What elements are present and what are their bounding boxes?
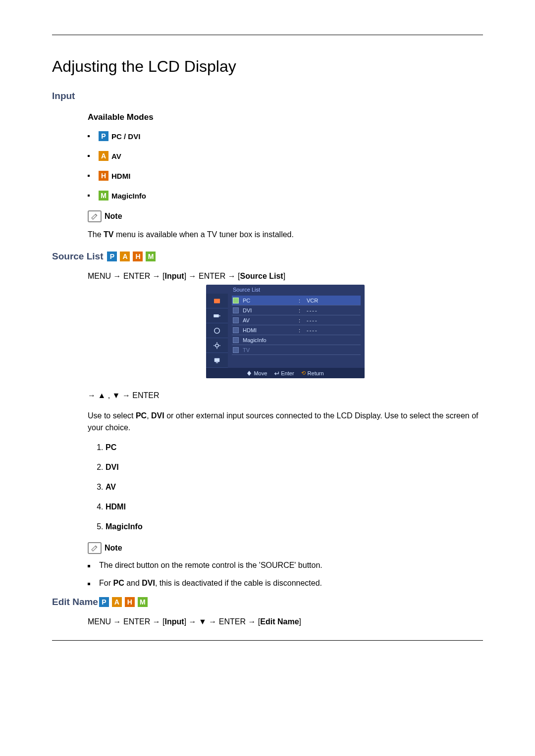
osd-tab-setup-icon[interactable] bbox=[206, 338, 228, 353]
modes-list: P PC / DVI A AV H HDMI M MagicInfo bbox=[88, 131, 483, 201]
source-list-description: Use to select PC, DVI or other external … bbox=[88, 410, 483, 433]
note-label: Note bbox=[88, 210, 483, 222]
bullet-icon bbox=[88, 195, 90, 197]
osd-row-av[interactable]: AV : ---- bbox=[232, 315, 361, 325]
list-item: DVI bbox=[106, 463, 483, 472]
osd-foot-move: Move bbox=[247, 370, 267, 376]
return-arrow-icon: ⟲ bbox=[301, 370, 306, 376]
bullet-icon bbox=[88, 155, 90, 157]
source-list-heading: Source List bbox=[52, 251, 103, 262]
note-text: Note bbox=[105, 544, 122, 553]
note-bullets: The direct button on the remote control … bbox=[88, 561, 483, 588]
osd-tab-input-icon[interactable] bbox=[206, 308, 228, 323]
osd-row-magicinfo[interactable]: MagicInfo bbox=[232, 335, 361, 345]
edit-name-header: Edit Name P A H M bbox=[52, 597, 483, 607]
bullet-icon bbox=[88, 565, 90, 567]
mode-label: AV bbox=[111, 152, 121, 160]
checkbox-icon bbox=[233, 337, 239, 343]
mode-item-av: A AV bbox=[88, 151, 483, 161]
bullet-icon bbox=[88, 175, 90, 177]
badge-a-icon: A bbox=[120, 252, 130, 261]
source-list-header: Source List P A H M bbox=[52, 251, 483, 262]
osd-row-hdmi[interactable]: HDMI : ---- bbox=[232, 325, 361, 335]
osd-list: PC : VCR DVI : ---- AV bbox=[228, 294, 365, 368]
badge-a-icon: A bbox=[112, 597, 122, 607]
svg-rect-1 bbox=[214, 314, 219, 317]
mode-item-hdmi: H HDMI bbox=[88, 171, 483, 181]
mode-item-magicinfo: M MagicInfo bbox=[88, 191, 483, 201]
osd-tab-screen-icon[interactable] bbox=[206, 353, 228, 368]
osd-footer: Move Enter ⟲ Return bbox=[206, 368, 365, 378]
note-body: The TV menu is available when a TV tuner… bbox=[88, 229, 483, 240]
page-title: Adjusting the LCD Display bbox=[52, 57, 483, 76]
list-item: PC bbox=[106, 443, 483, 452]
checkbox-icon bbox=[233, 298, 239, 303]
svg-marker-6 bbox=[247, 371, 251, 376]
osd-tab-picture-icon[interactable] bbox=[206, 294, 228, 308]
svg-rect-0 bbox=[214, 299, 220, 303]
nav-keys: → ▲ , ▼ → ENTER bbox=[88, 391, 483, 400]
pencil-note-icon bbox=[88, 210, 102, 222]
badge-h-icon: H bbox=[99, 171, 108, 181]
badge-m-icon: M bbox=[99, 191, 108, 201]
list-item: MagicInfo bbox=[106, 522, 483, 531]
top-rule bbox=[52, 35, 483, 35]
badge-m-icon: M bbox=[138, 597, 148, 607]
badge-a-icon: A bbox=[99, 151, 108, 161]
osd-foot-return: ⟲ Return bbox=[301, 370, 324, 376]
edit-name-heading: Edit Name bbox=[52, 597, 98, 607]
bullet-icon bbox=[88, 583, 90, 585]
available-modes-heading: Available Modes bbox=[88, 112, 483, 122]
badge-h-icon: H bbox=[125, 597, 135, 607]
mode-item-pc-dvi: P PC / DVI bbox=[88, 131, 483, 141]
osd-title: Source List bbox=[206, 285, 365, 294]
input-heading: Input bbox=[52, 91, 483, 101]
osd-row-dvi[interactable]: DVI : ---- bbox=[232, 305, 361, 315]
pencil-note-icon bbox=[88, 542, 102, 554]
osd-foot-enter: Enter bbox=[274, 370, 294, 376]
list-item: The direct button on the remote control … bbox=[88, 561, 483, 570]
menu-path-edit-name: MENU → ENTER → [Input] → ▼ → ENTER → [Ed… bbox=[88, 617, 483, 626]
bottom-rule bbox=[52, 640, 483, 641]
svg-rect-4 bbox=[214, 358, 220, 362]
list-item: AV bbox=[106, 483, 483, 492]
osd-row-tv: TV bbox=[232, 345, 361, 355]
badge-h-icon: H bbox=[133, 252, 143, 261]
svg-rect-5 bbox=[216, 362, 218, 363]
badge-p-icon: P bbox=[99, 131, 108, 141]
note-label: Note bbox=[88, 542, 483, 554]
osd-sidebar bbox=[206, 294, 228, 368]
mode-label: PC / DVI bbox=[111, 132, 140, 141]
checkbox-icon bbox=[233, 347, 239, 353]
osd-tab-sound-icon[interactable] bbox=[206, 323, 228, 338]
badge-p-icon: P bbox=[107, 252, 117, 261]
mode-label: HDMI bbox=[111, 172, 130, 180]
source-list-numbered: PC DVI AV HDMI MagicInfo bbox=[88, 443, 483, 531]
svg-point-3 bbox=[215, 344, 218, 347]
list-item: For PC and DVI, this is deactivated if t… bbox=[88, 579, 483, 588]
list-item: HDMI bbox=[106, 503, 483, 511]
checkbox-icon bbox=[233, 327, 239, 333]
svg-point-2 bbox=[214, 328, 220, 334]
osd-panel: Source List PC : VCR bbox=[206, 285, 365, 378]
menu-path-source-list: MENU → ENTER → [Input] → ENTER → [Source… bbox=[88, 272, 483, 281]
mode-label: MagicInfo bbox=[111, 192, 146, 200]
badge-m-icon: M bbox=[146, 252, 156, 261]
badge-p-icon: P bbox=[99, 597, 109, 607]
bullet-icon bbox=[88, 135, 90, 137]
checkbox-icon bbox=[233, 307, 239, 313]
note-text: Note bbox=[105, 212, 122, 221]
osd-row-pc[interactable]: PC : VCR bbox=[232, 296, 361, 305]
checkbox-icon bbox=[233, 317, 239, 323]
